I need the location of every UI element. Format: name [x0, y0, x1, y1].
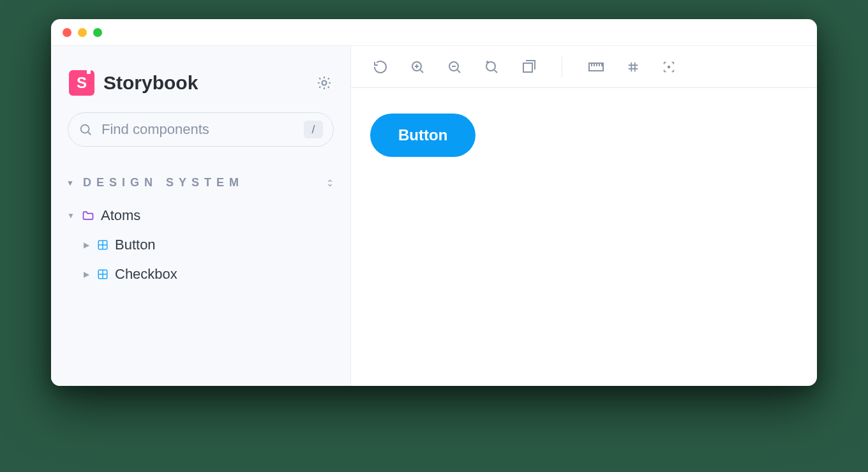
- brand-name: Storybook: [103, 72, 198, 94]
- app-window: S Storybook: [51, 19, 817, 386]
- brand-row: S Storybook: [69, 70, 333, 96]
- svg-point-6: [486, 62, 495, 71]
- maximize-window-button[interactable]: [93, 28, 102, 37]
- refresh-button[interactable]: [373, 59, 388, 75]
- zoom-reset-icon: [484, 59, 499, 75]
- app-body: S Storybook: [51, 46, 817, 386]
- titlebar: [51, 19, 817, 46]
- search-icon: [79, 122, 93, 136]
- window-controls: [63, 28, 102, 37]
- outline-icon: [662, 60, 676, 74]
- search-input[interactable]: [101, 121, 295, 138]
- viewport-button[interactable]: [521, 59, 536, 75]
- outline-button[interactable]: [662, 60, 676, 74]
- minimize-window-button[interactable]: [78, 28, 87, 37]
- expand-collapse-icon[interactable]: [325, 178, 335, 188]
- grid-icon: [626, 60, 640, 74]
- search-box[interactable]: /: [68, 112, 334, 147]
- settings-button[interactable]: [316, 75, 333, 91]
- search-shortcut-hint: /: [304, 121, 323, 138]
- ruler-button[interactable]: [588, 61, 604, 73]
- preview-button-component[interactable]: Button: [370, 114, 475, 157]
- sidebar: S Storybook: [51, 46, 351, 386]
- zoom-out-icon: [447, 59, 462, 75]
- chevron-right-icon: ▶: [82, 240, 91, 249]
- sidebar-section-title: Design System: [83, 176, 244, 189]
- svg-point-1: [81, 125, 89, 133]
- sidebar-section-header[interactable]: ▼ Design System: [65, 176, 336, 189]
- svg-point-0: [322, 81, 327, 85]
- tree-folder-atoms[interactable]: ▼ Atoms: [65, 201, 336, 230]
- preview-canvas: Button: [351, 88, 817, 386]
- zoom-reset-button[interactable]: [484, 59, 499, 75]
- svg-rect-7: [523, 63, 532, 72]
- tree-item-checkbox[interactable]: ▶ Checkbox: [65, 260, 336, 289]
- component-icon: [97, 269, 108, 280]
- svg-point-9: [668, 66, 670, 68]
- tree-folder-label: Atoms: [101, 207, 140, 224]
- toolbar-divider: [562, 56, 562, 78]
- refresh-icon: [373, 59, 388, 75]
- canvas-toolbar: [351, 46, 817, 88]
- chevron-right-icon: ▶: [82, 270, 91, 279]
- gear-icon: [316, 75, 333, 91]
- chevron-down-icon: ▼: [66, 211, 75, 220]
- zoom-out-button[interactable]: [447, 59, 462, 75]
- grid-button[interactable]: [626, 60, 640, 74]
- sidebar-tree: ▼ Atoms ▶ Button: [65, 201, 336, 289]
- zoom-in-icon: [410, 59, 425, 75]
- ruler-icon: [588, 61, 604, 73]
- chevron-down-icon: ▼: [66, 179, 74, 188]
- tree-item-button[interactable]: ▶ Button: [65, 230, 336, 260]
- close-window-button[interactable]: [63, 28, 71, 37]
- component-icon: [97, 239, 108, 251]
- storybook-logo-icon: S: [69, 70, 94, 96]
- viewport-icon: [521, 59, 536, 75]
- folder-icon: [82, 209, 94, 222]
- tree-item-label: Button: [115, 237, 156, 253]
- brand: S Storybook: [69, 70, 198, 96]
- tree-item-label: Checkbox: [115, 266, 177, 283]
- zoom-in-button[interactable]: [410, 59, 425, 75]
- main-panel: Button: [351, 46, 817, 386]
